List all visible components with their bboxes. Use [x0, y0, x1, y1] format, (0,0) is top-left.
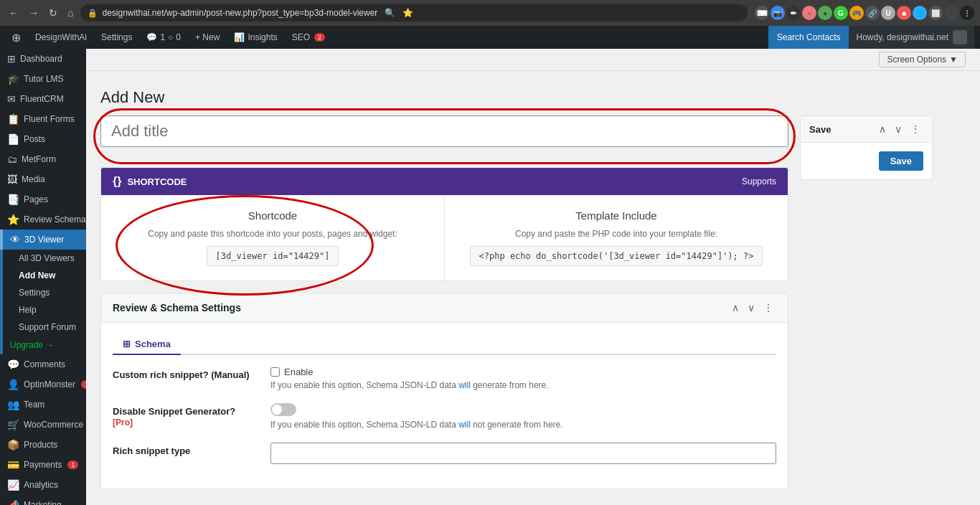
shortcode-code-left[interactable]: [3d_viewer id="14429"]	[207, 246, 339, 266]
refresh-button[interactable]: ↻	[46, 6, 60, 20]
tutor-icon: 🎓	[7, 73, 19, 85]
save-button[interactable]: Save	[879, 151, 923, 171]
sidebar-item-posts[interactable]: 📄 Posts	[0, 129, 86, 149]
sidebar-label-review: Review Schema	[24, 214, 86, 225]
ext-icon-8[interactable]: 🔗	[865, 6, 880, 20]
ext-icon-4[interactable]: ○	[802, 6, 816, 20]
shortcode-icon: {}	[113, 175, 121, 188]
site-name[interactable]: DesignWithAi	[29, 26, 93, 49]
sidebar-sub-support[interactable]: Support Forum	[3, 318, 86, 336]
form-row-rich-snippet-type: Rich snippet type	[113, 443, 776, 464]
ext-icon-11[interactable]: 🌐	[913, 6, 927, 20]
admin-bar-right: Search Contacts Howdy, designwithai.net	[768, 26, 974, 49]
add-new-link[interactable]: + New	[189, 26, 225, 49]
sidebar-item-metform[interactable]: 🗂 MetForm	[0, 149, 86, 169]
url-text: designwithai.net/wp-admin/post-new.php?p…	[102, 8, 377, 18]
rich-snippet-type-input[interactable]	[270, 443, 776, 464]
sidebar-item-team[interactable]: 👥 Team	[0, 395, 86, 415]
review-collapse-up[interactable]: ∧	[729, 301, 742, 315]
schema-tab-label: Schema	[135, 339, 171, 349]
settings-link[interactable]: Settings	[95, 26, 138, 49]
forms-icon: 📋	[7, 113, 19, 125]
ext-icon-2[interactable]: 📷	[771, 6, 785, 20]
title-input[interactable]	[100, 115, 788, 147]
sidebar-item-products[interactable]: 📦 Products	[0, 435, 86, 455]
ext-icon-9[interactable]: U	[881, 6, 895, 20]
comments-count: 1	[160, 32, 165, 42]
sidebar-label-comments: Comments	[24, 359, 65, 369]
sidebar-item-payments[interactable]: 💳 Payments 1	[0, 455, 86, 475]
review-collapse-down[interactable]: ∨	[745, 301, 758, 315]
sidebar-item-woocommerce[interactable]: 🛒 WooCommerce	[0, 415, 86, 435]
content-area: Screen Options ▼ Add New	[86, 49, 980, 505]
sidebar-sub-all-viewers[interactable]: All 3D Viewers	[3, 250, 86, 267]
sidebar-item-optinmonster[interactable]: 👤 OptinMonster 1	[0, 374, 86, 395]
sidebar-item-review-schema[interactable]: ⭐ Review Schema	[0, 209, 86, 230]
disable-snippet-desc-text2: not generate from here.	[471, 420, 563, 430]
review-schema-panel: Review & Schema Settings ∧ ∨ ⋮	[100, 293, 788, 489]
insights-link[interactable]: 📊 Insights	[228, 26, 283, 49]
ext-icon-14[interactable]: ⋮	[960, 6, 974, 20]
seo-link[interactable]: SEO 2	[286, 26, 331, 49]
ext-icon-7[interactable]: 🎮	[849, 6, 864, 20]
wp-logo[interactable]: ⊕	[6, 26, 27, 49]
screen-options-button[interactable]: Screen Options ▼	[879, 52, 966, 67]
sidebar-label-optin: OptinMonster	[24, 379, 75, 390]
ext-icon-12[interactable]: ⬜	[928, 6, 943, 20]
custom-snippet-will-link: will	[458, 380, 471, 390]
form-label-custom-rich-snippet: Custom rich snippet? (Manual)	[113, 367, 256, 380]
tab-schema[interactable]: ⊞ Schema	[113, 334, 181, 355]
back-button[interactable]: ←	[6, 6, 22, 20]
shortcode-supports[interactable]: Supports	[742, 176, 776, 187]
side-col: Save ∧ ∨ ⋮ Save	[800, 115, 933, 187]
sidebar-item-tutor-lms[interactable]: 🎓 Tutor LMS	[0, 69, 86, 89]
save-collapse-up[interactable]: ∧	[876, 122, 889, 136]
shortcode-code-right[interactable]: <?php echo do_shortcode('[3d_viewer id="…	[470, 246, 763, 266]
howdy-menu[interactable]: Howdy, designwithai.net	[849, 26, 974, 49]
enable-checkbox[interactable]	[270, 367, 280, 377]
posts-icon: 📄	[7, 133, 19, 145]
pages-icon: 📑	[7, 194, 19, 205]
sidebar-item-3d-viewer[interactable]: 👁 3D Viewer	[0, 230, 86, 250]
search-contacts-button[interactable]: Search Contacts	[768, 26, 849, 49]
save-box-body: Save	[801, 143, 932, 179]
form-row-custom-rich-snippet: Custom rich snippet? (Manual) Enable If …	[113, 367, 776, 390]
ext-icon-5[interactable]: ●	[818, 6, 832, 20]
sidebar-item-fluent-forms[interactable]: 📋 Fluent Forms	[0, 109, 86, 129]
ext-icon-3[interactable]: ✏	[786, 6, 801, 20]
upgrade-label: Upgrade →	[10, 340, 54, 350]
sidebar-label-forms: Fluent Forms	[24, 114, 75, 124]
sidebar-item-media[interactable]: 🖼 Media	[0, 169, 86, 189]
comments-link[interactable]: 💬 1 ○ 0	[141, 26, 187, 49]
disable-snippet-toggle[interactable]	[270, 403, 296, 416]
sidebar-item-analytics[interactable]: 📈 Analytics	[0, 475, 86, 495]
sidebar-item-comments[interactable]: 💬 Comments	[0, 354, 86, 374]
sidebar-sub-settings[interactable]: Settings	[3, 284, 86, 301]
review-icon: ⭐	[7, 214, 19, 225]
sidebar-item-fluent-crm[interactable]: ✉ FluentCRM	[0, 89, 86, 109]
shortcode-header-left: {} SHORTCODE	[113, 175, 187, 188]
ext-icon-1[interactable]: ⌨	[755, 6, 769, 20]
enable-label[interactable]: Enable	[284, 367, 313, 377]
ext-icon-13[interactable]: ☰	[944, 6, 958, 20]
save-drag-handle[interactable]: ⋮	[908, 122, 923, 136]
sidebar-sub-help[interactable]: Help	[3, 301, 86, 318]
sidebar-sub-add-new[interactable]: Add New	[3, 267, 86, 284]
sidebar-sub-upgrade[interactable]: Upgrade →	[3, 336, 86, 354]
sidebar-item-marketing[interactable]: 📣 Marketing	[0, 495, 86, 505]
sidebar-item-dashboard[interactable]: ⊞ Dashboard	[0, 49, 86, 69]
sidebar-item-pages[interactable]: 📑 Pages	[0, 189, 86, 209]
review-drag[interactable]: ⋮	[760, 301, 776, 315]
url-bar[interactable]: 🔒 designwithai.net/wp-admin/post-new.php…	[80, 4, 748, 22]
shortcode-desc-right: Copy and paste the PHP code into your te…	[459, 229, 773, 239]
ext-icon-6[interactable]: G	[834, 6, 848, 20]
shortcode-body: Shortcode Copy and paste this shortcode …	[101, 195, 788, 280]
comment-icon: 💬	[146, 32, 157, 42]
forward-button[interactable]: →	[26, 6, 42, 20]
home-button[interactable]: ⌂	[65, 6, 76, 20]
sidebar-label-analytics: Analytics	[24, 480, 58, 490]
custom-snippet-desc-text2: generate from here.	[471, 380, 549, 390]
ext-icon-10[interactable]: ■	[897, 6, 911, 20]
save-collapse-down[interactable]: ∨	[892, 122, 905, 136]
form-label-rich-snippet-type: Rich snippet type	[113, 443, 256, 456]
